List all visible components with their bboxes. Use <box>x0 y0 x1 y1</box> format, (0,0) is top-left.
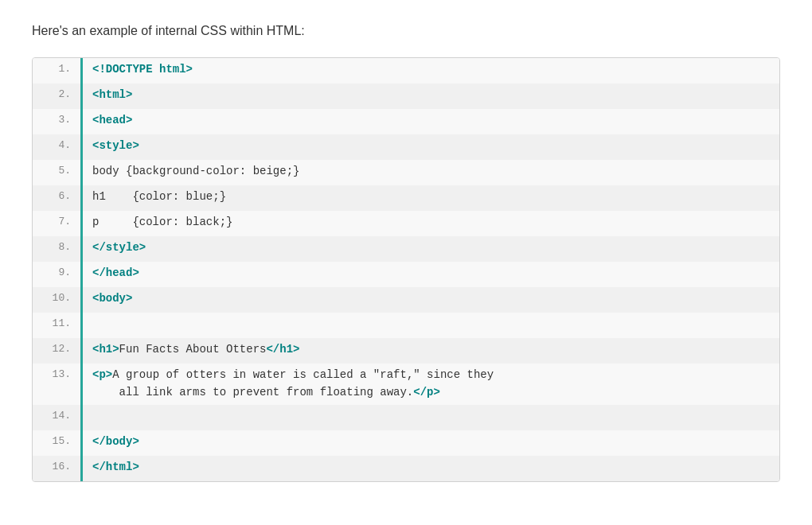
line-number: 11. <box>33 313 80 334</box>
table-row: 14. <box>33 405 779 430</box>
line-number: 6. <box>33 185 80 207</box>
table-row: 15.</body> <box>33 430 779 456</box>
line-number: 12. <box>33 338 80 360</box>
line-content: </style> <box>83 236 779 259</box>
code-block: 1.<!DOCTYPE html>2.<html>3.<head>4.<styl… <box>32 57 780 482</box>
line-content: p {color: black;} <box>83 211 779 233</box>
table-row: 4.<style> <box>33 134 779 160</box>
line-content: <h1>Fun Facts About Otters</h1> <box>83 338 779 360</box>
table-row: 3.<head> <box>33 109 779 134</box>
line-number: 13. <box>33 364 80 405</box>
line-content: </body> <box>83 430 779 453</box>
line-number: 2. <box>33 84 80 105</box>
table-row: 5.body {background-color: beige;} <box>33 160 779 185</box>
line-content: <p>A group of otters in water is called … <box>83 364 779 386</box>
line-number: 4. <box>33 134 80 156</box>
line-content <box>83 313 779 322</box>
line-number: 5. <box>33 160 80 181</box>
line-number: 7. <box>33 211 80 232</box>
table-row: 8.</style> <box>33 236 779 262</box>
line-number: 16. <box>33 456 80 477</box>
line-content: h1 {color: blue;} <box>83 185 779 208</box>
line-number: 1. <box>33 58 80 80</box>
table-row: 16.</html> <box>33 456 779 481</box>
table-row: 9.</head> <box>33 262 779 287</box>
line-number: 15. <box>33 430 80 452</box>
table-row: 11. <box>33 313 779 338</box>
line-content: <style> <box>83 134 779 157</box>
line-content: </html> <box>83 456 779 478</box>
table-row: 2.<html> <box>33 84 779 109</box>
line-number: 14. <box>33 405 80 426</box>
table-row: 6.h1 {color: blue;} <box>33 185 779 211</box>
table-row: 13.<p>A group of otters in water is call… <box>33 364 779 405</box>
table-row: 10.<body> <box>33 287 779 313</box>
line-content <box>83 405 779 414</box>
line-content: </head> <box>83 262 779 284</box>
line-content: <head> <box>83 109 779 131</box>
line-content: <body> <box>83 287 779 309</box>
line-content: <!DOCTYPE html> <box>83 58 779 80</box>
table-row: 7.p {color: black;} <box>33 211 779 236</box>
intro-text: Here's an example of internal CSS within… <box>32 24 780 38</box>
line-number: 3. <box>33 109 80 130</box>
table-row: 12.<h1>Fun Facts About Otters</h1> <box>33 338 779 364</box>
line-content: body {background-color: beige;} <box>83 160 779 182</box>
line-number: 8. <box>33 236 80 258</box>
line-content-continued: all link arms to prevent from floating a… <box>83 386 779 405</box>
line-content: <html> <box>83 84 779 106</box>
table-row: 1.<!DOCTYPE html> <box>33 58 779 84</box>
line-number: 10. <box>33 287 80 309</box>
line-number: 9. <box>33 262 80 283</box>
